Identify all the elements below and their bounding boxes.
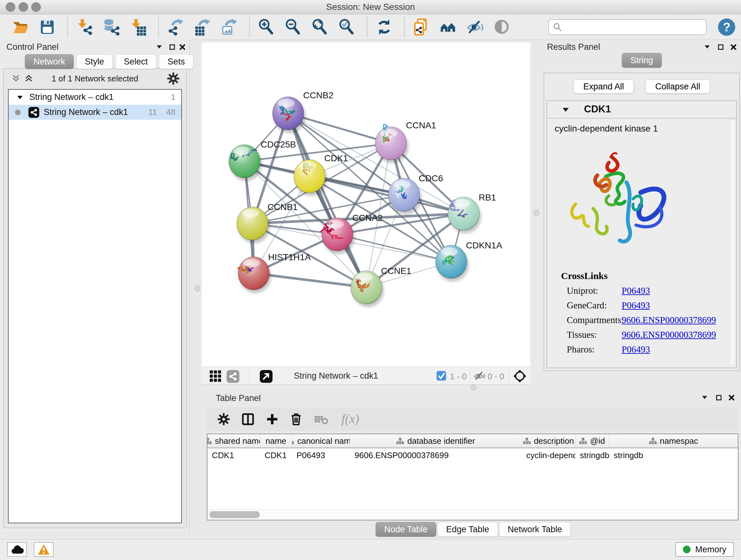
search-box[interactable] xyxy=(548,19,706,35)
results-scrollbar[interactable] xyxy=(730,119,735,366)
tab-style[interactable]: Style xyxy=(76,54,113,69)
horizontal-splitter-handle[interactable] xyxy=(470,384,476,390)
cloud-status-button[interactable] xyxy=(7,542,27,557)
delete-table-icon[interactable] xyxy=(314,414,329,425)
tab-sets[interactable]: Sets xyxy=(159,54,193,69)
table-settings-gear-icon[interactable] xyxy=(218,413,230,425)
column-header-description[interactable]: description xyxy=(522,434,576,448)
table-cell[interactable]: P06493 xyxy=(292,448,350,462)
tab-string[interactable]: String xyxy=(622,53,662,68)
right-splitter-handle[interactable] xyxy=(534,210,540,216)
crosslink-value-link[interactable]: 9606.ENSP00000378699 xyxy=(622,329,716,340)
birdseye-grid-icon[interactable] xyxy=(209,370,221,382)
results-panel-float-icon[interactable] xyxy=(718,44,724,50)
table-panel-float-icon[interactable] xyxy=(716,395,722,401)
export-image-button[interactable] xyxy=(220,18,238,36)
network-node-CDKN1A[interactable]: CDKN1A xyxy=(435,240,502,282)
network-node-RB1[interactable]: RB1 xyxy=(448,192,496,233)
add-column-icon[interactable] xyxy=(266,413,278,425)
network-node-CDC6[interactable]: CDC6 xyxy=(388,173,443,214)
pan-crosshair-icon[interactable] xyxy=(513,369,527,383)
tab-select[interactable]: Select xyxy=(115,54,156,69)
apply-function-icon[interactable]: f(x) xyxy=(341,412,366,426)
crosslink-value-link[interactable]: 9606.ENSP00000378699 xyxy=(622,315,716,325)
network-canvas[interactable]: CCNB2CCNA1CDC25BCDK1CDC6RB1CCNB1CCNA2CDK… xyxy=(202,43,530,367)
scrollbar-thumb[interactable] xyxy=(209,511,260,518)
tab-network-table[interactable]: Network Table xyxy=(499,522,571,537)
open-in-window-icon[interactable] xyxy=(260,370,273,383)
table-cell[interactable]: stringdb:9... xyxy=(576,448,609,462)
collapse-all-button[interactable]: Collapse All xyxy=(645,79,710,94)
import-network-from-database-button[interactable] xyxy=(103,18,120,36)
control-panel-tabs: NetworkStyleSelectSets xyxy=(25,54,193,69)
crosslink-value-link[interactable]: P06493 xyxy=(622,286,650,296)
warning-status-button[interactable] xyxy=(34,542,54,557)
export-network-button[interactable] xyxy=(166,18,185,36)
crosslink-value-link[interactable]: P06493 xyxy=(622,300,650,310)
save-session-button[interactable] xyxy=(38,18,56,36)
entry-caret-icon[interactable] xyxy=(562,107,569,112)
control-panel-float-icon[interactable] xyxy=(169,44,175,50)
table-cell[interactable]: CDK1 xyxy=(207,448,260,462)
table-cell[interactable]: cyclin-dependent ... xyxy=(522,448,576,462)
duplicate-network-button[interactable] xyxy=(413,18,430,36)
table-horizontal-scrollbar[interactable] xyxy=(207,509,738,520)
tab-node-table[interactable]: Node Table xyxy=(376,522,436,537)
delete-column-icon[interactable] xyxy=(290,413,302,426)
first-neighbors-button[interactable] xyxy=(440,18,457,36)
selected-checkbox-icon[interactable] xyxy=(436,371,446,381)
crosslink-value-link[interactable]: P06493 xyxy=(622,344,650,354)
expand-all-button[interactable]: Expand All xyxy=(574,79,634,94)
network-collection-row[interactable]: String Network – cdk1 1 xyxy=(9,90,181,105)
column-header-database-identifier[interactable]: database identifier xyxy=(350,434,522,448)
table-panel-menu-caret-icon[interactable] xyxy=(701,395,708,400)
search-input[interactable] xyxy=(565,22,702,33)
control-panel-close-icon[interactable] xyxy=(179,44,185,50)
column-header-canonical-name[interactable]: canonical name xyxy=(292,434,350,448)
network-node-CCNE1[interactable]: CCNE1 xyxy=(351,266,411,307)
import-network-from-file-button[interactable] xyxy=(76,18,93,36)
column-header--id[interactable]: @id xyxy=(576,434,609,448)
column-header-name[interactable]: name xyxy=(260,434,292,448)
memory-button[interactable]: Memory xyxy=(675,542,734,557)
column-header-namespac[interactable]: namespac xyxy=(609,434,738,448)
network-options-gear-icon[interactable] xyxy=(167,72,179,84)
results-panel-menu-caret-icon[interactable] xyxy=(704,45,711,49)
left-splitter-handle[interactable] xyxy=(194,286,200,292)
control-panel-menu-caret-icon[interactable] xyxy=(156,45,162,49)
first-neighbors-icon xyxy=(440,18,457,36)
hidden-eye-slash-icon[interactable] xyxy=(474,371,486,381)
zoom-out-button[interactable] xyxy=(284,18,302,36)
zoom-selected-region-button[interactable] xyxy=(338,18,356,36)
results-panel-close-icon[interactable] xyxy=(731,44,737,50)
tab-network[interactable]: Network xyxy=(25,54,74,69)
open-session-icon xyxy=(11,18,29,36)
table-cell[interactable]: 9606.ENSP00000378699 xyxy=(350,448,522,462)
network-node-HIST1H1A[interactable]: HIST1H1A xyxy=(238,252,311,293)
network-share-chip-icon[interactable] xyxy=(226,370,239,383)
network-row[interactable]: String Network – cdk1 11 48 xyxy=(9,105,181,120)
collection-caret-icon[interactable] xyxy=(17,95,23,100)
hide-selected-button[interactable] xyxy=(466,18,484,36)
node-label: CDC25B xyxy=(261,139,296,149)
column-header-shared-name[interactable]: shared name xyxy=(207,434,260,448)
refresh-view-button[interactable] xyxy=(375,18,393,36)
gene-description: cyclin-dependent kinase 1 xyxy=(547,118,737,134)
zoom-fit-content-button[interactable] xyxy=(311,18,329,36)
show-columns-icon[interactable] xyxy=(242,413,254,425)
table-row[interactable]: CDK1CDK1P064939606.ENSP00000378699cyclin… xyxy=(207,448,738,462)
import-table-from-file-button[interactable] xyxy=(129,18,147,36)
export-table-button[interactable] xyxy=(193,18,211,36)
table-cell[interactable]: stringdb xyxy=(609,448,738,462)
table-cell[interactable]: CDK1 xyxy=(260,448,292,462)
show-all-button[interactable] xyxy=(493,18,511,36)
table-panel-close-icon[interactable] xyxy=(729,395,735,401)
zoom-in-button[interactable] xyxy=(258,18,275,36)
window-titlebar[interactable]: Session: New Session xyxy=(0,0,741,14)
tab-edge-table[interactable]: Edge Table xyxy=(437,522,498,537)
help-button[interactable]: ? xyxy=(718,18,735,36)
toolbar-separator xyxy=(249,17,250,37)
node-result-header[interactable]: CDK1 xyxy=(547,101,737,118)
open-session-button[interactable] xyxy=(11,18,29,36)
network-node-CDK1[interactable]: CDK1 xyxy=(294,153,348,196)
